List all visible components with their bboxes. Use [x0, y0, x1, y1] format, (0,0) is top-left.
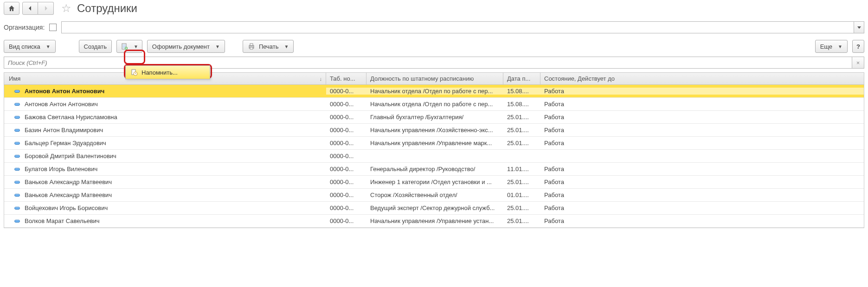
chevron-down-icon: ▼: [838, 44, 842, 49]
employee-badge-icon: [14, 142, 20, 145]
chevron-down-icon: [857, 25, 862, 30]
table-row[interactable]: Войцехович Игорь Борисович0000-0...Ведущ…: [4, 202, 864, 215]
cell-name-text: Войцехович Игорь Борисович: [25, 204, 108, 211]
chevron-down-icon: ▼: [284, 44, 289, 49]
column-header-tabno[interactable]: Таб. но...: [326, 73, 366, 84]
column-header-position[interactable]: Должность по штатному расписанию: [366, 73, 503, 84]
table-row[interactable]: Бальцер Герман Эдуардович0000-0...Началь…: [4, 137, 864, 150]
org-select-dropdown-button[interactable]: [854, 22, 864, 33]
back-button[interactable]: [22, 2, 38, 15]
more-button[interactable]: Еще ▼: [815, 40, 848, 53]
view-list-button[interactable]: Вид списка ▼: [4, 40, 56, 53]
cell-tabno: 0000-0...: [326, 204, 366, 211]
table-row[interactable]: Ваньков Александр Матвеевич0000-0...Инже…: [4, 176, 864, 189]
cell-date: 25.01....: [503, 114, 540, 121]
table-row[interactable]: Базин Антон Владимирович0000-0...Начальн…: [4, 124, 864, 137]
cell-tabno: 0000-0...: [326, 166, 366, 172]
cell-name-text: Ваньков Александр Матвеевич: [25, 191, 112, 198]
cell-date: 15.08....: [503, 101, 540, 108]
org-select-input[interactable]: [62, 22, 854, 33]
table-row[interactable]: Булатов Игорь Виленович0000-0...Генераль…: [4, 163, 864, 176]
search-clear-button[interactable]: ×: [852, 57, 864, 68]
org-filter-checkbox[interactable]: [49, 24, 57, 31]
home-button[interactable]: [4, 2, 19, 15]
cell-tabno: 0000-0...: [326, 217, 366, 224]
cell-tabno: 0000-0...: [326, 88, 366, 95]
close-icon: ×: [856, 59, 860, 66]
table-row[interactable]: Антонов Антон Антонович0000-0...Начальни…: [4, 85, 864, 98]
org-select[interactable]: [61, 21, 864, 33]
cell-state: Работа: [540, 88, 864, 95]
cell-name: Ваньков Александр Матвеевич: [4, 179, 326, 185]
cell-name-text: Базин Антон Владимирович: [25, 127, 103, 134]
forward-button: [38, 2, 54, 15]
cell-date: 25.01....: [503, 179, 540, 185]
actions-dropdown-button[interactable]: ▼: [116, 40, 142, 53]
table-row[interactable]: Боровой Дмитрий Валентинович0000-0...: [4, 150, 864, 163]
cell-position: Начальник отдела /Отдел по работе с пер.…: [366, 88, 503, 95]
remind-menu-item[interactable]: Напомнить...: [126, 66, 210, 79]
help-button[interactable]: ?: [852, 40, 864, 53]
cell-state: Работа: [540, 204, 864, 211]
employee-badge-icon: [14, 116, 20, 119]
cell-name-text: Антонов Антон Антонович: [25, 88, 104, 95]
cell-name: Базин Антон Владимирович: [4, 127, 326, 134]
print-button[interactable]: Печать ▼: [243, 40, 294, 53]
cell-date: 25.01....: [503, 217, 540, 224]
cell-name-text: Волков Марат Савельевич: [25, 217, 100, 224]
create-label: Создать: [84, 43, 107, 50]
cell-name-text: Бальцер Герман Эдуардович: [25, 140, 106, 147]
cell-name: Булатов Игорь Виленович: [4, 166, 326, 172]
chevron-down-icon: ▼: [134, 44, 138, 49]
cell-position: Ведущий эксперт /Сектор дежурной служб..…: [366, 204, 503, 211]
cell-name: Войцехович Игорь Борисович: [4, 204, 326, 211]
cell-date: 01.01....: [503, 191, 540, 198]
employee-badge-icon: [14, 90, 20, 93]
cell-tabno: 0000-0...: [326, 114, 366, 121]
cell-name-text: Антонов Антон Антонович: [25, 101, 98, 108]
view-list-label: Вид списка: [9, 43, 40, 50]
table-row[interactable]: Ваньков Александр Матвеевич0000-0...Стор…: [4, 189, 864, 202]
cell-state: Работа: [540, 140, 864, 147]
table-row[interactable]: Волков Марат Савельевич0000-0...Начальни…: [4, 215, 864, 228]
page-plus-icon: [121, 43, 128, 50]
cell-position: Начальник управления /Управление устан..…: [366, 217, 503, 224]
employee-badge-icon: [14, 168, 20, 171]
help-label: ?: [856, 43, 860, 50]
cell-tabno: 0000-0...: [326, 191, 366, 198]
cell-tabno: 0000-0...: [326, 140, 366, 147]
make-document-label: Оформить документ: [152, 43, 210, 50]
cell-position: Начальник управления /Управление марк...: [366, 140, 503, 147]
make-document-button[interactable]: Оформить документ ▼: [147, 40, 225, 53]
chevron-down-icon: ▼: [215, 44, 220, 49]
printer-icon: [248, 43, 255, 50]
org-filter-label: Организация:: [4, 24, 45, 31]
arrow-left-icon: [26, 5, 34, 12]
table-row[interactable]: Бажова Светлана Нурисламовна0000-0...Гла…: [4, 111, 864, 124]
sort-asc-icon: ↓: [320, 76, 322, 82]
cell-date: 11.01....: [503, 166, 540, 172]
cell-tabno: 0000-0...: [326, 101, 366, 108]
cell-date: 25.01....: [503, 127, 540, 134]
create-button[interactable]: Создать: [79, 40, 112, 53]
page-clock-icon: [130, 69, 138, 76]
cell-name: Бальцер Герман Эдуардович: [4, 140, 326, 147]
svg-rect-3: [250, 44, 253, 45]
cell-name: Антонов Антон Антонович: [4, 88, 326, 95]
cell-name-text: Бажова Светлана Нурисламовна: [25, 114, 117, 121]
cell-date: 25.01....: [503, 204, 540, 211]
column-header-date[interactable]: Дата п...: [503, 73, 540, 84]
employee-badge-icon: [14, 181, 20, 184]
cell-name-text: Боровой Дмитрий Валентинович: [25, 153, 116, 159]
cell-name: Антонов Антон Антонович: [4, 101, 326, 108]
column-header-state[interactable]: Состояние, Действует до: [540, 73, 864, 84]
favorite-star-icon[interactable]: ☆: [61, 2, 71, 15]
table-row[interactable]: Антонов Антон Антонович0000-0...Начальни…: [4, 98, 864, 111]
employee-badge-icon: [14, 155, 20, 158]
employee-badge-icon: [14, 103, 20, 106]
print-label: Печать: [259, 43, 279, 50]
cell-state: Работа: [540, 217, 864, 224]
cell-state: Работа: [540, 114, 864, 121]
home-icon: [8, 5, 15, 12]
cell-position: Инженер 1 категории /Отдел установки и .…: [366, 179, 503, 185]
